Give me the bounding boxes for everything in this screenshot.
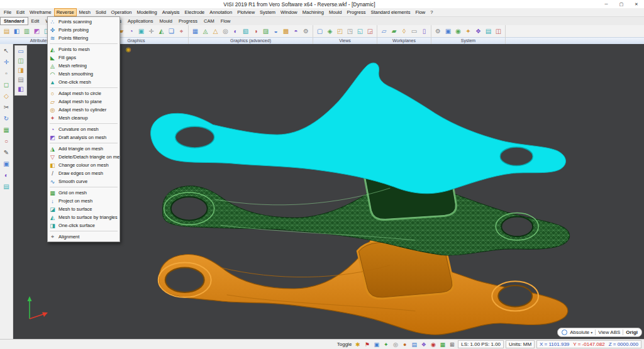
- layers-panel-icon[interactable]: ▤: [1, 182, 11, 192]
- trim-icon[interactable]: ✂: [1, 102, 11, 113]
- system-snap-icon[interactable]: ◉: [453, 26, 463, 36]
- light-icon[interactable]: ◓: [291, 26, 301, 36]
- menu-item-one-click-mesh[interactable]: ▲One-click mesh: [48, 78, 119, 86]
- zoom-window-icon[interactable]: ▣: [136, 26, 146, 36]
- origin-button[interactable]: Origi: [626, 330, 638, 335]
- toolbar-tab-mould[interactable]: Mould: [157, 18, 175, 25]
- section-icon[interactable]: ◎: [221, 26, 230, 36]
- view-left-icon[interactable]: ◱: [355, 26, 365, 36]
- menubar-item-mould[interactable]: Mould: [326, 8, 344, 16]
- transparency-icon[interactable]: ◔: [126, 26, 136, 36]
- close-button[interactable]: ✕: [629, 0, 644, 8]
- view-back-icon[interactable]: ◲: [365, 26, 375, 36]
- system-info-icon[interactable]: ◫: [494, 26, 503, 36]
- menu-item-delete-detach-triangle-on-mesh[interactable]: ▽Delete/Detach triangle on mesh: [48, 153, 119, 161]
- menu-item-mesh-to-surface-by-triangles[interactable]: ◭Mesh to surface by triangles: [48, 213, 119, 221]
- menu-item-grid-on-mesh[interactable]: ▦Grid on mesh: [48, 189, 119, 197]
- point-icon[interactable]: ✛: [1, 57, 11, 67]
- shadow-icon[interactable]: ◑: [251, 26, 260, 36]
- workplane-new-icon[interactable]: ▰: [389, 26, 399, 36]
- box-select-icon[interactable]: ▫: [1, 69, 11, 79]
- shade-toggle-icon[interactable]: ◐: [1, 170, 11, 180]
- circle-icon[interactable]: ○: [1, 136, 11, 147]
- status-snap-icon[interactable]: ✱: [353, 341, 362, 348]
- toolbar-tab-cam[interactable]: CAM: [201, 18, 218, 25]
- settings-icon[interactable]: ⚙: [301, 26, 311, 36]
- menubar-item-standard-elements[interactable]: Standard elements: [368, 8, 413, 16]
- view-top-icon[interactable]: ▢: [315, 26, 325, 36]
- workplane-icon[interactable]: ▱: [379, 26, 389, 36]
- menu-item-points-probing[interactable]: ✜Points probing: [48, 26, 119, 34]
- menu-item-draw-edges-on-mesh[interactable]: /Draw edges on mesh: [48, 169, 119, 177]
- view-abs-button[interactable]: View ABS: [598, 330, 620, 335]
- menu-item-mesh-cleanup[interactable]: ✦Mesh cleanup: [48, 114, 119, 122]
- system-layers-icon[interactable]: ▣: [443, 26, 453, 36]
- menubar-item-edit[interactable]: Edit: [14, 8, 27, 16]
- menubar-item-operation[interactable]: Operation: [109, 8, 135, 16]
- plane-icon[interactable]: ▣: [1, 159, 11, 169]
- status-record-icon[interactable]: ◉: [429, 341, 437, 348]
- workplane-align-icon[interactable]: ◊: [399, 26, 409, 36]
- viewport-toolbar-icon-yellow[interactable]: ◉: [124, 45, 133, 54]
- menubar-item-flow[interactable]: Flow: [413, 8, 428, 16]
- menu-item-one-click-surface[interactable]: ◨One-click surface: [48, 221, 119, 230]
- colour-icon[interactable]: ◩: [32, 26, 42, 36]
- menubar-item-file[interactable]: File: [1, 8, 14, 16]
- minimize-button[interactable]: ─: [599, 0, 614, 8]
- menubar-item-solid[interactable]: Solid: [93, 8, 109, 16]
- toolbar-tab-progress[interactable]: Progress: [175, 18, 201, 25]
- system-settings-icon[interactable]: ⚙: [433, 26, 443, 36]
- toolbar-tab-applications[interactable]: Applications: [125, 18, 156, 25]
- grid-icon[interactable]: ▦: [191, 26, 200, 36]
- menubar-item-analysis[interactable]: Analysis: [160, 8, 182, 16]
- rotate-icon[interactable]: ↻: [1, 114, 11, 124]
- workplane-edit-icon[interactable]: ▭: [409, 26, 419, 36]
- menu-item-adapt-mesh-to-circle[interactable]: ○Adapt mesh to circle: [48, 89, 119, 97]
- menu-item-fill-gaps[interactable]: ◣Fill gaps: [48, 53, 119, 62]
- system-highlight-icon[interactable]: ✦: [464, 26, 473, 36]
- layer-icon[interactable]: ◧: [12, 26, 21, 36]
- menu-item-change-colour-on-mesh[interactable]: ◧Change colour on mesh: [48, 161, 119, 169]
- view-iso-icon[interactable]: ◈: [325, 26, 335, 36]
- menu-item-smooth-curve[interactable]: ∿Smooth curve: [48, 177, 119, 186]
- line-style-icon[interactable]: ▥: [22, 26, 31, 36]
- rectangle-icon[interactable]: ◻: [1, 80, 11, 90]
- triangles-icon[interactable]: △: [211, 26, 220, 36]
- menubar-item-progress[interactable]: Progress: [344, 8, 368, 16]
- menu-item-mesh-refining[interactable]: ◬Mesh refining: [48, 62, 119, 70]
- system-database-icon[interactable]: ▤: [484, 26, 493, 36]
- menu-item-alignment[interactable]: ⌖Alignment: [48, 233, 119, 241]
- zoom-all-icon[interactable]: ✛: [147, 26, 156, 36]
- status-target-icon[interactable]: ◎: [391, 341, 399, 348]
- attributes-icon[interactable]: ▤: [2, 26, 11, 36]
- hatch-icon[interactable]: ▧: [241, 26, 250, 36]
- pan-icon[interactable]: ❏: [167, 26, 176, 36]
- mesh-tools-icon[interactable]: ▦: [1, 125, 11, 135]
- status-gem-icon[interactable]: ❖: [419, 341, 428, 348]
- status-layers-icon[interactable]: ▤: [410, 341, 418, 348]
- status-spark-icon[interactable]: ✦: [382, 341, 390, 348]
- menu-item-mesh-to-surface[interactable]: ◪Mesh to surface: [48, 205, 119, 213]
- menubar-item-electrode[interactable]: Electrode: [182, 8, 208, 16]
- shading-mode-icon[interactable]: ◬: [201, 26, 210, 36]
- menu-item-draft-analysis-on-mesh[interactable]: ◩Draft analysis on mesh: [48, 133, 119, 141]
- mini-toolbar-icon-4[interactable]: ▤: [16, 75, 25, 84]
- menu-item-adapt-mesh-to-plane[interactable]: ▱Adapt mesh to plane: [48, 97, 119, 106]
- menubar-item-wireframe[interactable]: Wireframe: [27, 8, 54, 16]
- polygon-icon[interactable]: ◇: [1, 91, 11, 101]
- dynamic-view-icon[interactable]: ◭: [157, 26, 166, 36]
- menubar-item-mesh[interactable]: Mesh: [77, 8, 93, 16]
- menu-item-points-filtering[interactable]: ≋Points filtering: [48, 34, 119, 42]
- status-flag-icon[interactable]: ⚑: [363, 341, 371, 348]
- system-select-icon[interactable]: ❖: [474, 26, 483, 36]
- menubar-item-reverse[interactable]: Reverse: [54, 8, 77, 16]
- menubar-item-modelling[interactable]: Modelling: [135, 8, 160, 16]
- menu-item-project-on-mesh[interactable]: ↓Project on mesh: [48, 197, 119, 205]
- toggle-label[interactable]: Toggle: [337, 341, 352, 347]
- sketch-icon[interactable]: ✎: [1, 148, 11, 158]
- menubar-item-window[interactable]: Window: [278, 8, 300, 16]
- mini-toolbar-icon-2[interactable]: ◫: [16, 57, 25, 65]
- toolbar-tab-standard[interactable]: Standard: [0, 17, 28, 25]
- status-plus-icon[interactable]: ⊞: [448, 341, 456, 348]
- view-right-icon[interactable]: ◳: [345, 26, 355, 36]
